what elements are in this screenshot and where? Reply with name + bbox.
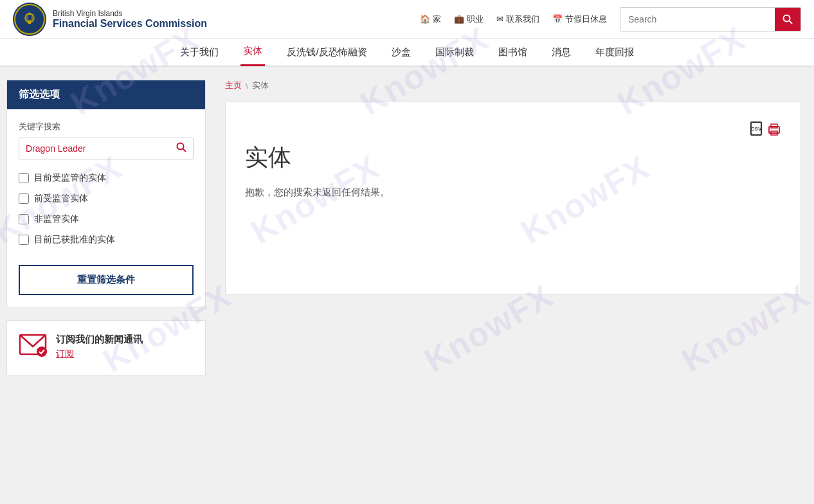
newsletter-title: 订阅我们的新闻通讯 <box>56 334 143 346</box>
checkbox-currently-regulated-input[interactable] <box>19 173 29 183</box>
nav-home[interactable]: 🏠 家 <box>420 14 441 25</box>
breadcrumb-current: 实体 <box>252 80 269 91</box>
checkbox-prev-regulated-input[interactable] <box>19 194 29 204</box>
breadcrumb-sep: \ <box>246 81 248 91</box>
svg-line-5 <box>790 21 793 24</box>
csv-icon: CSV <box>750 122 762 136</box>
checkbox-approved-input[interactable] <box>19 235 29 245</box>
header-top: British Virgin Islands Financial Service… <box>0 0 814 39</box>
nav-career-label: 职业 <box>467 14 484 25</box>
csv-label: CSV <box>751 126 761 132</box>
page-body: 筛选选项 关键字搜索 目前受监管的实体 <box>0 67 814 453</box>
print-svg <box>767 122 781 136</box>
print-icon[interactable] <box>767 122 781 135</box>
svg-point-4 <box>784 15 790 21</box>
logo-svg <box>19 9 40 30</box>
filter-box: 筛选选项 关键字搜索 目前受监管的实体 <box>6 80 206 307</box>
reset-button[interactable]: 重置筛选条件 <box>19 265 194 295</box>
checkbox-non-regulated-label: 非监管实体 <box>34 213 79 225</box>
svg-rect-2 <box>28 21 31 24</box>
keyword-search-icon <box>176 142 186 152</box>
nav-contact-label: 联系我们 <box>506 14 539 25</box>
newsletter-box: 订阅我们的新闻通讯 订阅 <box>6 320 206 375</box>
checkbox-currently-regulated-label: 目前受监管的实体 <box>34 172 106 184</box>
nav-sanctions[interactable]: 国际制裁 <box>433 38 476 66</box>
page-title: 实体 <box>245 142 781 174</box>
home-icon: 🏠 <box>420 14 430 24</box>
filter-title: 筛选选项 <box>7 80 205 109</box>
no-results-message: 抱歉，您的搜索未返回任何结果。 <box>245 186 781 199</box>
sidebar: 筛选选项 关键字搜索 目前受监管的实体 <box>0 67 212 453</box>
org-line2: Financial Services Commission <box>53 18 207 30</box>
logo-inner <box>14 4 45 35</box>
filter-body: 关键字搜索 目前受监管的实体 <box>7 109 205 307</box>
nav-annual[interactable]: 年度回报 <box>593 38 637 66</box>
breadcrumb-home[interactable]: 主页 <box>225 80 242 91</box>
checkbox-approved[interactable]: 目前已获批准的实体 <box>19 234 194 246</box>
svg-rect-1 <box>27 14 32 21</box>
logo-area: British Virgin Islands Financial Service… <box>13 3 207 36</box>
svg-point-6 <box>177 143 184 150</box>
newsletter-link[interactable]: 订阅 <box>56 348 74 359</box>
checkbox-prev-regulated[interactable]: 前受监管实体 <box>19 193 194 204</box>
keyword-input-wrap <box>19 138 194 159</box>
keyword-search-button[interactable] <box>170 142 193 155</box>
nav-entity[interactable]: 实体 <box>240 38 265 66</box>
nav-news[interactable]: 消息 <box>549 38 574 66</box>
svg-rect-12 <box>771 124 777 128</box>
search-box <box>620 7 801 32</box>
nav-sandbox[interactable]: 沙盒 <box>389 38 413 66</box>
nav-about[interactable]: 关于我们 <box>177 38 221 66</box>
logo-circle <box>13 3 46 36</box>
svg-line-7 <box>183 149 186 152</box>
nav-home-label: 家 <box>433 14 441 25</box>
nav-contact[interactable]: ✉ 联系我们 <box>496 14 539 25</box>
svg-point-9 <box>37 346 47 357</box>
checkbox-non-regulated-input[interactable] <box>19 214 29 224</box>
mail-icon: ✉ <box>496 14 503 24</box>
checkbox-approved-label: 目前已获批准的实体 <box>34 234 115 246</box>
nav-career[interactable]: 💼 职业 <box>454 14 484 25</box>
search-button[interactable] <box>775 8 800 31</box>
calendar-icon: 📅 <box>552 14 563 24</box>
newsletter-icon <box>19 334 47 362</box>
checkbox-currently-regulated[interactable]: 目前受监管的实体 <box>19 172 194 184</box>
nav-holiday[interactable]: 📅 节假日休息 <box>552 14 607 25</box>
main-content: 主页 \ 实体 CSV 实体 抱歉，您 <box>212 67 814 453</box>
envelope-icon <box>19 334 47 357</box>
nav-library[interactable]: 图书馆 <box>496 38 530 66</box>
checkbox-prev-regulated-label: 前受监管实体 <box>34 193 88 204</box>
breadcrumb: 主页 \ 实体 <box>225 80 801 91</box>
checkbox-group: 目前受监管的实体 前受监管实体 非监管实体 目前已获批准的实体 <box>19 172 194 246</box>
main-nav: 关于我们 实体 反洗钱/反恐怖融资 沙盒 国际制裁 图书馆 消息 年度回报 <box>0 39 814 67</box>
top-nav-links: 🏠 家 💼 职业 ✉ 联系我们 📅 节假日休息 <box>420 14 607 25</box>
search-icon <box>782 14 793 24</box>
briefcase-icon: 💼 <box>454 14 464 24</box>
newsletter-text: 订阅我们的新闻通讯 订阅 <box>56 334 143 360</box>
keyword-input[interactable] <box>19 138 170 159</box>
org-line1: British Virgin Islands <box>53 9 207 18</box>
nav-holiday-label: 节假日休息 <box>565 14 607 25</box>
keyword-label: 关键字搜索 <box>19 121 194 132</box>
content-actions: CSV <box>245 122 781 136</box>
checkbox-non-regulated[interactable]: 非监管实体 <box>19 213 194 225</box>
top-nav-right: 🏠 家 💼 职业 ✉ 联系我们 📅 节假日休息 <box>420 7 801 32</box>
logo-text: British Virgin Islands Financial Service… <box>53 9 207 30</box>
content-card: CSV 实体 抱歉，您的搜索未返回任何结果。 <box>225 102 801 294</box>
nav-aml[interactable]: 反洗钱/反恐怖融资 <box>284 38 369 66</box>
search-input[interactable] <box>620 8 775 31</box>
csv-button[interactable]: CSV <box>750 122 762 136</box>
